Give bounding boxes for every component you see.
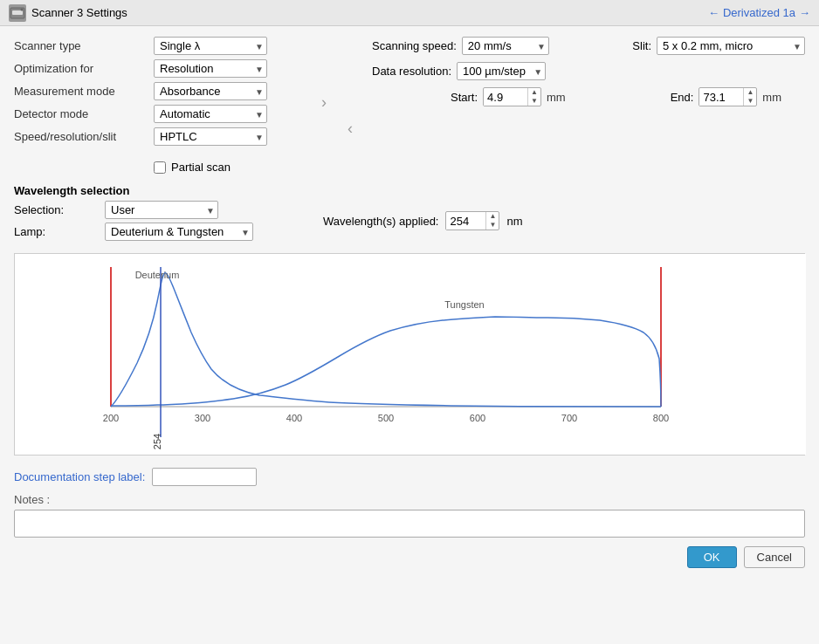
partial-scan-label: Partial scan bbox=[171, 161, 231, 174]
deuterium-label: Deuterium bbox=[135, 270, 180, 280]
wavelength-title: Wavelength selection bbox=[14, 184, 805, 197]
speed-res-slit-select[interactable]: HPTLC TLC bbox=[154, 127, 267, 146]
svg-rect-3 bbox=[15, 254, 806, 455]
breadcrumb: ← Derivatized 1a → bbox=[708, 6, 810, 19]
selection-select-wrapper: User Automatic ▼ bbox=[105, 201, 218, 219]
selection-select[interactable]: User Automatic bbox=[105, 201, 218, 219]
end-input[interactable] bbox=[699, 89, 743, 106]
speed-res-slit-label: Speed/resolution/slit bbox=[14, 127, 154, 146]
x-label-700: 700 bbox=[561, 413, 577, 423]
scanner-type-select-wrapper: Single λ Multi λ ▼ bbox=[154, 37, 267, 55]
end-unit: mm bbox=[762, 91, 781, 104]
start-up-btn[interactable]: ▲ bbox=[528, 88, 540, 97]
ok-button[interactable]: OK bbox=[687, 546, 737, 568]
measurement-mode-label: Measurement mode bbox=[14, 82, 154, 100]
back-arrow: ← bbox=[708, 6, 719, 19]
wavelength-marker-label: 254 bbox=[152, 434, 162, 449]
wavelength-down-btn[interactable]: ▼ bbox=[486, 221, 499, 230]
scanner-type-select[interactable]: Single λ Multi λ bbox=[154, 37, 267, 55]
start-spinner[interactable]: ▲ ▼ bbox=[527, 88, 540, 106]
detector-mode-select-wrapper: Automatic Manual ▼ bbox=[154, 105, 267, 123]
slit-label: Slit: bbox=[632, 39, 651, 52]
title-text: Scanner 3 Settings bbox=[31, 6, 127, 19]
bottom-bar: OK Cancel bbox=[14, 546, 805, 568]
wavelength-section: Wavelength selection Selection: User Aut… bbox=[14, 184, 805, 241]
speed-res-slit-select-wrapper: HPTLC TLC ▼ bbox=[154, 127, 267, 146]
detector-mode-select[interactable]: Automatic Manual bbox=[154, 105, 267, 123]
collapse-left-btn[interactable]: ‹ bbox=[337, 118, 363, 140]
end-spinner[interactable]: ▲ ▼ bbox=[743, 88, 756, 106]
chart-container: 200 300 400 500 600 700 800 254 Deuteriu… bbox=[14, 253, 805, 456]
doc-label-row: Documentation step label: bbox=[14, 468, 805, 486]
end-spinbox[interactable]: ▲ ▼ bbox=[699, 87, 757, 106]
optimization-label: Optimization for bbox=[14, 59, 154, 78]
x-label-300: 300 bbox=[195, 413, 210, 423]
selection-label: Selection: bbox=[14, 203, 101, 216]
collapse-right-btn[interactable]: › bbox=[311, 92, 337, 113]
wavelength-up-btn[interactable]: ▲ bbox=[486, 212, 499, 221]
slit-select-wrapper: 5 x 0.2 mm, micro 5 x 0.45 mm, standard … bbox=[657, 37, 805, 55]
wavelength-applied-label: Wavelength(s) applied: bbox=[323, 215, 438, 228]
partial-scan-checkbox[interactable] bbox=[154, 161, 166, 174]
x-label-400: 400 bbox=[286, 413, 302, 423]
measurement-mode-select[interactable]: Absorbance Remission bbox=[154, 82, 267, 100]
x-label-800: 800 bbox=[653, 413, 669, 423]
end-up-btn[interactable]: ▲ bbox=[744, 88, 756, 97]
cancel-button[interactable]: Cancel bbox=[744, 546, 805, 568]
data-resolution-select[interactable]: 100 µm/step 50 µm/step 25 µm/step bbox=[457, 62, 546, 80]
title-bar-left: Scanner 3 Settings bbox=[9, 4, 127, 22]
notes-textarea[interactable] bbox=[14, 510, 805, 538]
svg-point-2 bbox=[21, 8, 24, 10]
wavelength-spinner[interactable]: ▲ ▼ bbox=[485, 212, 499, 230]
tungsten-label: Tungsten bbox=[444, 299, 484, 310]
doc-label-text: Documentation step label: bbox=[14, 470, 145, 483]
scanning-speed-select[interactable]: 20 mm/s 10 mm/s 5 mm/s bbox=[462, 37, 549, 55]
optimization-select[interactable]: Resolution Speed bbox=[154, 59, 267, 78]
x-label-500: 500 bbox=[378, 413, 394, 423]
end-down-btn[interactable]: ▼ bbox=[744, 97, 756, 106]
optimization-select-wrapper: Resolution Speed ▼ bbox=[154, 59, 267, 78]
start-input[interactable] bbox=[484, 89, 527, 106]
partial-scan-row: Partial scan bbox=[154, 161, 805, 174]
data-resolution-select-wrapper: 100 µm/step 50 µm/step 25 µm/step ▼ bbox=[457, 62, 546, 80]
breadcrumb-text: Derivatized 1a bbox=[723, 6, 795, 19]
svg-rect-1 bbox=[12, 10, 23, 15]
data-resolution-label: Data resolution: bbox=[372, 65, 451, 78]
lamp-label: Lamp: bbox=[14, 225, 101, 238]
scanning-speed-label: Scanning speed: bbox=[372, 39, 457, 52]
title-bar: Scanner 3 Settings ← Derivatized 1a → bbox=[0, 0, 819, 26]
wavelength-unit: nm bbox=[506, 215, 522, 228]
start-label: Start: bbox=[451, 91, 478, 104]
start-unit: mm bbox=[547, 91, 566, 104]
end-label: End: bbox=[671, 91, 694, 104]
scanner-icon bbox=[9, 4, 26, 22]
main-content: Scanner type Single λ Multi λ ▼ Optimiza… bbox=[0, 26, 819, 644]
start-spinbox[interactable]: ▲ ▼ bbox=[483, 87, 541, 106]
forward-arrow: → bbox=[799, 6, 810, 19]
x-label-600: 600 bbox=[470, 413, 485, 423]
documentation-section: Documentation step label: Notes : bbox=[14, 468, 805, 538]
detector-mode-label: Detector mode bbox=[14, 105, 154, 123]
start-down-btn[interactable]: ▼ bbox=[528, 97, 540, 106]
slit-select[interactable]: 5 x 0.2 mm, micro 5 x 0.45 mm, standard bbox=[657, 37, 805, 55]
lamp-select[interactable]: Deuterium & Tungsten Deuterium Tungsten bbox=[105, 223, 253, 241]
doc-label-input[interactable] bbox=[152, 468, 257, 486]
x-label-200: 200 bbox=[103, 413, 119, 423]
scanner-type-label: Scanner type bbox=[14, 37, 154, 55]
wavelength-spinbox[interactable]: ▲ ▼ bbox=[445, 211, 499, 230]
notes-label: Notes : bbox=[14, 493, 50, 506]
wavelength-input[interactable] bbox=[446, 213, 485, 230]
chart-svg: 200 300 400 500 600 700 800 254 Deuteriu… bbox=[15, 254, 806, 455]
scanning-speed-select-wrapper: 20 mm/s 10 mm/s 5 mm/s ▼ bbox=[462, 37, 549, 55]
measurement-mode-select-wrapper: Absorbance Remission ▼ bbox=[154, 82, 267, 100]
lamp-select-wrapper: Deuterium & Tungsten Deuterium Tungsten … bbox=[105, 223, 253, 241]
